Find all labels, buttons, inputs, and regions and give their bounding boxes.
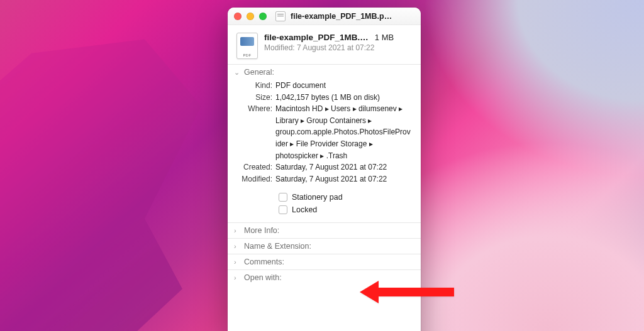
titlebar[interactable]: file-example_PDF_1MB.p… [228, 8, 421, 25]
section-more-info: › More Info: [228, 222, 421, 238]
file-modified-line: Modified: 7 August 2021 at 07:22 [264, 43, 412, 52]
file-header-text: file-example_PDF_1MB.… 1 MB Modified: 7 … [264, 33, 412, 52]
row-kind: Kind: PDF document [236, 80, 412, 92]
chevron-down-icon: ⌄ [234, 68, 240, 77]
value-size: 1,042,157 bytes (1 MB on disk) [275, 92, 412, 104]
section-header-general[interactable]: ⌄ General: [228, 65, 421, 80]
close-button[interactable] [234, 13, 242, 20]
chevron-right-icon: › [234, 274, 240, 281]
label-stationery-pad: Stationery pad [292, 193, 343, 202]
chevron-right-icon: › [234, 227, 240, 234]
file-thumbnail-icon [236, 33, 258, 59]
row-modified: Modified: Saturday, 7 August 2021 at 07:… [236, 173, 412, 185]
row-created: Created: Saturday, 7 August 2021 at 07:2… [236, 161, 412, 173]
sections-container: ⌄ General: Kind: PDF document Size: 1,04… [228, 64, 421, 289]
section-title-general: General: [244, 68, 274, 77]
row-stationery-pad: Stationery pad [236, 191, 412, 203]
titlebar-file-icon [275, 11, 286, 21]
value-modified: Saturday, 7 August 2021 at 07:22 [275, 173, 412, 185]
section-header-open-with[interactable]: › Open with: [228, 270, 421, 285]
get-info-window: file-example_PDF_1MB.p… file-example_PDF… [228, 8, 421, 331]
zoom-button[interactable] [259, 13, 267, 20]
section-title-more-info: More Info: [244, 226, 279, 235]
section-title-name-extension: Name & Extension: [244, 242, 311, 251]
label-created: Created: [236, 161, 275, 173]
checkbox-locked[interactable] [279, 205, 287, 214]
titlebar-title: file-example_PDF_1MB.p… [291, 12, 414, 21]
section-title-comments: Comments: [244, 258, 284, 266]
label-where: Where: [236, 103, 275, 161]
minimize-button[interactable] [247, 13, 254, 20]
section-body-general: Kind: PDF document Size: 1,042,157 bytes… [228, 80, 421, 222]
section-header-name-extension[interactable]: › Name & Extension: [228, 239, 421, 254]
row-locked: Locked [236, 203, 412, 216]
checkbox-stationery-pad[interactable] [279, 193, 287, 202]
section-open-with: › Open with: [228, 269, 421, 285]
value-where: Macintosh HD ▸ Users ▸ dilumsenev ▸ Libr… [275, 103, 412, 161]
chevron-right-icon: › [234, 242, 240, 250]
row-where: Where: Macintosh HD ▸ Users ▸ dilumsenev… [236, 103, 412, 161]
section-header-comments[interactable]: › Comments: [228, 254, 421, 269]
section-comments: › Comments: [228, 254, 421, 269]
section-name-extension: › Name & Extension: [228, 238, 421, 254]
file-header: file-example_PDF_1MB.… 1 MB Modified: 7 … [228, 25, 421, 64]
value-kind: PDF document [275, 80, 412, 92]
label-kind: Kind: [236, 80, 275, 92]
chevron-right-icon: › [234, 258, 240, 266]
label-modified: Modified: [236, 173, 275, 185]
label-size: Size: [236, 92, 275, 104]
traffic-light-buttons [234, 13, 267, 20]
section-header-more-info[interactable]: › More Info: [228, 223, 421, 238]
row-size: Size: 1,042,157 bytes (1 MB on disk) [236, 92, 412, 104]
section-general: ⌄ General: Kind: PDF document Size: 1,04… [228, 64, 421, 222]
value-created: Saturday, 7 August 2021 at 07:22 [275, 161, 412, 173]
file-name: file-example_PDF_1MB.… [264, 33, 369, 42]
label-locked: Locked [292, 205, 317, 214]
section-title-open-with: Open with: [244, 273, 282, 282]
file-size: 1 MB [375, 33, 394, 42]
